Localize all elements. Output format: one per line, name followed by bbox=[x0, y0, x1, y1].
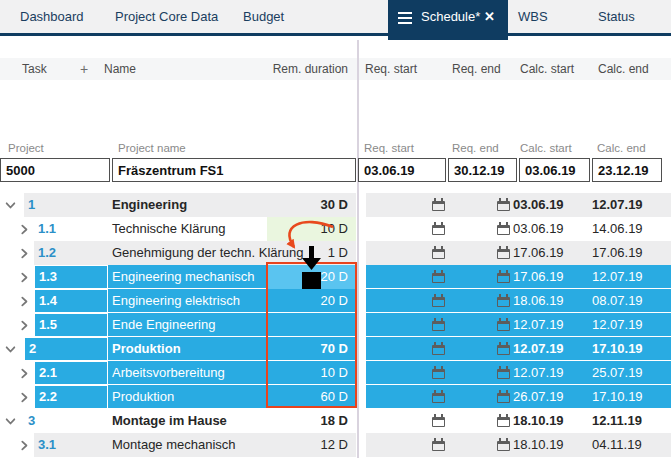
task-row[interactable]: 1.3Engineering mechanisch20 D17.06.1912.… bbox=[0, 265, 671, 289]
task-row[interactable]: 1.5Ende Engineering12.07.1912.07.19 bbox=[0, 313, 671, 337]
req-end-calendar-icon[interactable] bbox=[497, 390, 511, 404]
task-row[interactable]: 2.2Produktion60 D26.07.1917.10.19 bbox=[0, 385, 671, 409]
column-header-req-end[interactable]: Req. end bbox=[452, 58, 501, 80]
collapse-chevron-icon[interactable] bbox=[5, 199, 17, 211]
task-row[interactable]: 1Engineering30 D03.06.1912.07.19 bbox=[0, 193, 671, 217]
rem-duration-cell[interactable]: 20 D bbox=[267, 289, 356, 313]
task-name-cell[interactable]: Arbeitsvorbereitung bbox=[112, 361, 225, 385]
calc-start-cell[interactable]: 03.06.19 bbox=[513, 193, 564, 217]
column-header-req-start[interactable]: Req. start bbox=[365, 58, 417, 80]
calc-end-cell[interactable]: 14.06.19 bbox=[592, 217, 643, 241]
task-row[interactable]: 2.1Arbeitsvorbereitung10 D12.07.1925.07.… bbox=[0, 361, 671, 385]
task-name-cell[interactable]: Technische Klärung bbox=[112, 217, 225, 241]
calc-end-cell[interactable]: 12.11.19 bbox=[592, 409, 642, 433]
calc-end-cell[interactable]: 17.10.19 bbox=[592, 385, 643, 409]
tab-schedule-active[interactable]: Schedule* ✕ bbox=[388, 0, 508, 40]
calc-end-cell[interactable]: 17.10.19 bbox=[592, 337, 643, 361]
expand-chevron-icon[interactable] bbox=[19, 391, 31, 403]
req-end-calendar-icon[interactable] bbox=[497, 414, 511, 428]
req-end-calendar-icon[interactable] bbox=[497, 294, 511, 308]
task-id-cell[interactable]: 1 bbox=[24, 193, 108, 217]
project-calc-end-field[interactable]: 23.12.19 bbox=[592, 158, 662, 182]
calc-end-cell[interactable]: 08.07.19 bbox=[592, 289, 643, 313]
task-name-cell[interactable]: Montage mechanisch bbox=[112, 433, 236, 457]
rem-duration-cell[interactable]: 1 D bbox=[267, 241, 356, 265]
calc-end-cell[interactable]: 12.07.19 bbox=[592, 193, 643, 217]
rem-duration-cell[interactable]: 10 D bbox=[267, 361, 356, 385]
req-start-calendar-icon[interactable] bbox=[432, 342, 446, 356]
pane-divider[interactable] bbox=[357, 40, 359, 458]
rem-duration-cell[interactable]: 10 D bbox=[267, 217, 356, 241]
project-req-start-field[interactable]: 03.06.19 bbox=[358, 158, 446, 182]
task-id-cell[interactable]: 1.4 bbox=[34, 289, 108, 313]
task-name-cell[interactable]: Engineering mechanisch bbox=[112, 265, 254, 289]
calc-start-cell[interactable]: 17.06.19 bbox=[513, 265, 564, 289]
calc-start-cell[interactable]: 18.06.19 bbox=[513, 289, 564, 313]
calc-start-cell[interactable]: 12.07.19 bbox=[513, 361, 564, 385]
project-calc-start-field[interactable]: 03.06.19 bbox=[519, 158, 590, 182]
calc-start-cell[interactable]: 18.10.19 bbox=[513, 433, 564, 457]
task-row[interactable]: 1.1Technische Klärung10 D03.06.1914.06.1… bbox=[0, 217, 671, 241]
calc-start-cell[interactable]: 18.10.19 bbox=[513, 409, 564, 433]
req-start-calendar-icon[interactable] bbox=[432, 438, 446, 452]
req-start-calendar-icon[interactable] bbox=[432, 270, 446, 284]
req-start-calendar-icon[interactable] bbox=[432, 414, 446, 428]
collapse-chevron-icon[interactable] bbox=[5, 415, 17, 427]
task-row[interactable]: 1.4Engineering elektrisch20 D18.06.1908.… bbox=[0, 289, 671, 313]
task-name-cell[interactable]: Engineering elektrisch bbox=[112, 289, 240, 313]
calc-start-cell[interactable]: 26.07.19 bbox=[513, 385, 564, 409]
column-header-calc-end[interactable]: Calc. end bbox=[598, 58, 649, 80]
expand-chevron-icon[interactable] bbox=[19, 367, 31, 379]
expand-chevron-icon[interactable] bbox=[19, 247, 31, 259]
req-end-calendar-icon[interactable] bbox=[497, 270, 511, 284]
expand-chevron-icon[interactable] bbox=[19, 271, 31, 283]
expand-chevron-icon[interactable] bbox=[19, 319, 31, 331]
column-header-task[interactable]: Task bbox=[22, 58, 47, 80]
project-name-field[interactable]: Fräszentrum FS1 bbox=[112, 158, 356, 182]
calc-end-cell[interactable]: 12.07.19 bbox=[592, 265, 643, 289]
tab-wbs[interactable]: WBS bbox=[518, 0, 548, 33]
req-end-calendar-icon[interactable] bbox=[497, 342, 511, 356]
column-header-name[interactable]: Name bbox=[104, 58, 136, 80]
req-start-calendar-icon[interactable] bbox=[432, 318, 446, 332]
task-name-cell[interactable]: Engineering bbox=[112, 193, 187, 217]
rem-duration-cell[interactable]: 18 D bbox=[267, 409, 356, 433]
tab-budget[interactable]: Budget bbox=[243, 0, 284, 33]
expand-chevron-icon[interactable] bbox=[19, 439, 31, 451]
calc-end-cell[interactable]: 17.06.19 bbox=[592, 241, 643, 265]
calc-start-cell[interactable]: 17.06.19 bbox=[513, 241, 564, 265]
column-header-rem-duration[interactable]: Rem. duration bbox=[240, 58, 348, 80]
task-id-cell[interactable]: 1.5 bbox=[34, 313, 108, 337]
rem-duration-cell[interactable] bbox=[267, 313, 356, 337]
req-start-calendar-icon[interactable] bbox=[432, 222, 446, 236]
collapse-chevron-icon[interactable] bbox=[5, 343, 17, 355]
task-id-cell[interactable]: 1.3 bbox=[34, 265, 108, 289]
req-end-calendar-icon[interactable] bbox=[497, 438, 511, 452]
req-end-calendar-icon[interactable] bbox=[497, 222, 511, 236]
task-row[interactable]: 1.2Genehmigung der techn. Klärung1 D17.0… bbox=[0, 241, 671, 265]
task-id-cell[interactable]: 2.2 bbox=[34, 385, 108, 409]
expand-chevron-icon[interactable] bbox=[19, 295, 31, 307]
task-row[interactable]: 3.1Montage mechanisch12 D18.10.1904.11.1… bbox=[0, 433, 671, 457]
req-start-calendar-icon[interactable] bbox=[432, 246, 446, 260]
task-name-cell[interactable]: Ende Engineering bbox=[112, 313, 215, 337]
task-row[interactable]: 3Montage im Hause18 D18.10.1912.11.19 bbox=[0, 409, 671, 433]
task-id-cell[interactable]: 2.1 bbox=[34, 361, 108, 385]
rem-duration-cell[interactable]: 30 D bbox=[267, 193, 356, 217]
task-name-cell[interactable]: Produktion bbox=[112, 337, 181, 361]
req-start-calendar-icon[interactable] bbox=[432, 366, 446, 380]
calc-end-cell[interactable]: 25.07.19 bbox=[592, 361, 643, 385]
rem-duration-cell[interactable]: 12 D bbox=[267, 433, 356, 457]
rem-duration-cell[interactable]: 60 D bbox=[267, 385, 356, 409]
calc-start-cell[interactable]: 03.06.19 bbox=[513, 217, 564, 241]
req-start-calendar-icon[interactable] bbox=[432, 390, 446, 404]
expand-chevron-icon[interactable] bbox=[19, 223, 31, 235]
task-id-cell[interactable]: 3 bbox=[24, 409, 108, 433]
close-tab-icon[interactable]: ✕ bbox=[484, 9, 495, 24]
calc-end-cell[interactable]: 04.11.19 bbox=[592, 433, 642, 457]
task-name-cell[interactable]: Produktion bbox=[112, 385, 174, 409]
req-start-calendar-icon[interactable] bbox=[432, 198, 446, 212]
req-end-calendar-icon[interactable] bbox=[497, 246, 511, 260]
tab-status[interactable]: Status bbox=[598, 0, 635, 33]
tab-project-core-data[interactable]: Project Core Data bbox=[115, 0, 218, 33]
